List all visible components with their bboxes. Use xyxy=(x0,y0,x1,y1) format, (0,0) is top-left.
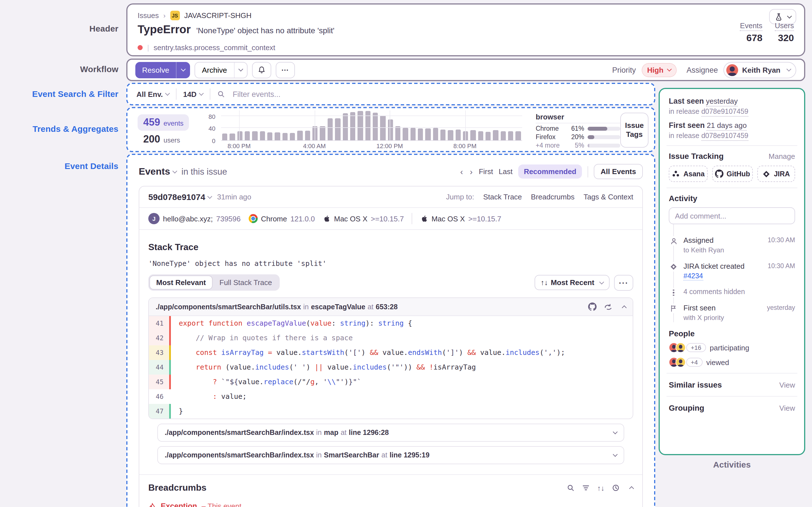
event-meta-chip: Mac OS X>=10.15.7 xyxy=(420,214,501,223)
chevron-down-icon xyxy=(787,13,792,18)
more-actions-button[interactable]: ··· xyxy=(275,62,295,78)
stack-frame-header[interactable]: ./app/components/smartSearchBar/utils.ts… xyxy=(149,298,633,316)
manage-integrations-link[interactable]: Manage xyxy=(769,152,795,160)
subscribe-bell-button[interactable] xyxy=(252,62,271,78)
annotation-event-details: Event Details xyxy=(0,161,118,171)
release-link[interactable]: d078e9107459 xyxy=(701,108,748,117)
asana-icon xyxy=(672,170,680,178)
assignee-select[interactable]: Keith Ryan xyxy=(723,62,796,78)
diamond-icon xyxy=(669,262,678,272)
event-age: 31min ago xyxy=(217,193,251,201)
stack-frame-collapsed[interactable]: ./app/components/smartSearchBar/index.ts… xyxy=(157,446,624,464)
archive-dropdown-button[interactable] xyxy=(234,62,247,77)
jump-link-tags-context[interactable]: Tags & Context xyxy=(583,193,633,201)
y-tick-label: 40 xyxy=(209,125,216,132)
chart-bar xyxy=(516,131,521,140)
divider xyxy=(209,89,210,100)
resolve-dropdown-button[interactable] xyxy=(176,62,190,78)
tag-bar xyxy=(588,144,620,147)
bell-icon xyxy=(257,66,265,74)
frame-at-label: at xyxy=(368,303,373,311)
chart-bar xyxy=(335,118,340,140)
collapse-breadcrumbs-icon[interactable] xyxy=(629,486,634,491)
sort-icon[interactable]: ↑↓ xyxy=(597,484,605,492)
last-event-button[interactable]: Last xyxy=(499,167,513,176)
issue-tags-button[interactable]: Issue Tags xyxy=(620,113,649,148)
all-events-button[interactable]: All Events xyxy=(594,164,643,179)
annotation-event-search-filter: Event Search & Filter xyxy=(0,89,118,99)
chevron-down-icon[interactable] xyxy=(613,452,618,457)
chart-bar xyxy=(222,133,227,140)
replay-history-icon[interactable] xyxy=(612,484,620,492)
tab-full-stack-trace[interactable]: Full Stack Trace xyxy=(213,276,278,290)
chevron-down-icon[interactable] xyxy=(613,430,618,434)
events-stat-label[interactable]: Events xyxy=(740,21,763,31)
chart-bar xyxy=(433,128,438,140)
more-people-count[interactable]: +16 xyxy=(686,343,706,352)
event-meta-row: Jhello@abc.xyz;739596Chrome121.0.0Mac OS… xyxy=(139,208,642,230)
jump-to-nav: Jump to: Stack TraceBreadcrumbsTags & Co… xyxy=(446,193,633,201)
event-id-row: 59d078e91074 31min ago Jump to: Stack Tr… xyxy=(139,186,642,208)
browser-tag-row[interactable]: Firefox20% xyxy=(536,133,620,140)
stack-trace-more-button[interactable]: ··· xyxy=(614,275,633,290)
code-line: 42 // Wrap in quotes if there is a space xyxy=(149,331,633,345)
code-block: 41export function escapeTagValue(value: … xyxy=(149,316,633,418)
chart-bar xyxy=(508,131,513,140)
chevron-down-icon xyxy=(667,67,672,71)
event-search-bar: All Env. 14D xyxy=(126,83,655,105)
events-count-pill[interactable]: 459 events xyxy=(138,114,189,131)
archive-button[interactable]: Archive xyxy=(195,62,234,77)
jira-ticket-link[interactable]: #4234 xyxy=(683,272,703,281)
users-count-line[interactable]: 200 users xyxy=(138,131,189,145)
open-in-editor-icon[interactable] xyxy=(604,302,612,311)
prev-event-button[interactable]: ‹ xyxy=(460,167,463,176)
chart-bar xyxy=(388,120,393,140)
recommended-pill[interactable]: Recommended xyxy=(518,165,582,179)
meta-text: Chrome xyxy=(261,214,287,223)
users-stat-label[interactable]: Users xyxy=(775,21,794,31)
resolve-button[interactable]: Resolve xyxy=(135,62,176,78)
jump-link-breadcrumbs[interactable]: Breadcrumbs xyxy=(531,193,574,201)
tag-name: Firefox xyxy=(536,133,565,140)
browser-tag-row[interactable]: +4 more5% xyxy=(536,142,620,149)
stack-frame-collapsed[interactable]: ./app/components/smartSearchBar/index.ts… xyxy=(157,424,624,442)
grouping-view-link[interactable]: View xyxy=(779,404,795,412)
first-event-button[interactable]: First xyxy=(479,167,493,176)
integration-asana-button[interactable]: Asana xyxy=(669,166,707,182)
annotation-trends-aggregates: Trends & Aggregates xyxy=(0,124,118,133)
breadcrumb-project[interactable]: JAVASCRIPT-SHGH xyxy=(184,11,252,20)
date-range-select[interactable]: 14D xyxy=(183,90,203,98)
chart-y-axis: 04080 xyxy=(200,110,215,141)
last-seen-value[interactable]: yesterday xyxy=(706,97,738,107)
chart-bar xyxy=(283,133,288,140)
filter-icon[interactable] xyxy=(582,484,590,492)
x-tick-label: 8:00 PM xyxy=(453,143,476,149)
filter-events-input[interactable] xyxy=(232,89,645,99)
more-people-count[interactable]: +4 xyxy=(686,358,702,367)
similar-issues-view-link[interactable]: View xyxy=(779,381,795,389)
breadcrumb-issues[interactable]: Issues xyxy=(138,11,159,20)
tab-most-relevant[interactable]: Most Relevant xyxy=(149,276,213,290)
next-event-button[interactable]: › xyxy=(469,167,473,176)
sort-select[interactable]: ↑↓Most Recent xyxy=(534,275,610,290)
culprit-divider: | xyxy=(147,43,149,52)
line-code: export function escapeTagValue(value: st… xyxy=(171,316,412,331)
event-id-dropdown[interactable]: 59d078e91074 xyxy=(148,192,211,202)
annotation-workflow: Workflow xyxy=(0,64,118,74)
collapse-frame-icon[interactable] xyxy=(622,305,627,310)
integration-jira-button[interactable]: JIRA xyxy=(757,166,795,182)
jump-link-stack-trace[interactable]: Stack Trace xyxy=(483,193,522,201)
priority-select[interactable]: High xyxy=(642,63,676,77)
add-comment-input[interactable] xyxy=(669,207,795,224)
events-title-dropdown[interactable]: Events xyxy=(139,166,176,177)
first-seen-value[interactable]: 21 days ago xyxy=(707,121,747,131)
environment-select[interactable]: All Env. xyxy=(137,90,169,98)
github-icon[interactable] xyxy=(588,302,597,311)
browser-tag-row[interactable]: Chrome61% xyxy=(536,125,620,132)
search-icon[interactable] xyxy=(567,484,574,492)
release-link[interactable]: d078e9107459 xyxy=(701,132,748,141)
integration-github-button[interactable]: GitHub xyxy=(712,166,753,182)
events-unit: events xyxy=(163,119,184,127)
chart-bar xyxy=(470,130,476,140)
sidebar-divider xyxy=(666,145,797,146)
